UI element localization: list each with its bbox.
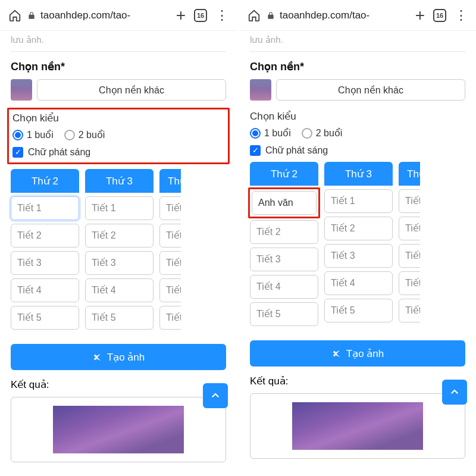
create-label: Tạo ảnh (107, 351, 145, 364)
create-image-button[interactable]: Tạo ảnh (250, 340, 465, 367)
lesson-input-thu3-1[interactable] (85, 196, 154, 220)
browser-bar: taoanhdep.com/tao- + 16 ⋮ (239, 0, 476, 31)
result-image (53, 406, 184, 453)
lesson-input-thu2-3[interactable] (11, 251, 79, 275)
lesson-input-thu2-5[interactable] (11, 306, 79, 330)
choose-bg-button[interactable]: Chọn nền khác (276, 79, 465, 101)
checkbox-glow-text[interactable]: ✓ Chữ phát sáng (12, 146, 224, 158)
create-image-button[interactable]: Tạo ảnh (11, 344, 226, 370)
lesson-input-thu2-5[interactable] (250, 302, 318, 326)
radio-1-buoi[interactable]: 1 buổi (250, 127, 291, 139)
url-text: taoanhdep.com/tao- (280, 10, 369, 21)
checkmark-icon: ✓ (12, 147, 23, 158)
lesson-input-thu4-3[interactable] (399, 244, 420, 268)
lesson-input-thu3-3[interactable] (85, 251, 154, 275)
chevron-up-icon (210, 390, 221, 401)
radio-2-label: 2 buổi (316, 127, 343, 139)
lesson-input-thu4-1[interactable] (159, 196, 181, 220)
tab-thu3[interactable]: Thứ 3 (324, 162, 393, 186)
radio-1-label: 1 buổi (27, 129, 54, 140)
result-label: Kết quả: (250, 375, 465, 387)
lesson-input-thu4-2[interactable] (399, 217, 420, 240)
lesson-input-thu4-4[interactable] (159, 278, 181, 302)
radio-2-buoi[interactable]: 2 buổi (302, 127, 343, 139)
create-label: Tạo ảnh (346, 347, 384, 360)
lesson-input-thu4-2[interactable] (159, 224, 181, 248)
highlight-box (248, 187, 320, 218)
style-label: Chọn kiểu (250, 110, 465, 123)
result-area (11, 397, 226, 462)
lesson-input-thu2-2[interactable] (250, 220, 318, 244)
tab-thu3[interactable]: Thứ 3 (85, 169, 154, 193)
tab-thu2[interactable]: Thứ 2 (250, 162, 318, 186)
lesson-input-thu2-1[interactable] (252, 191, 317, 215)
bg-label: Chọn nền* (11, 60, 226, 73)
result-label: Kết quả: (11, 378, 226, 391)
choose-bg-button[interactable]: Chọn nền khác (37, 79, 226, 101)
result-area (250, 393, 465, 459)
url-bar[interactable]: taoanhdep.com/tao- (267, 10, 407, 21)
new-tab-icon[interactable]: + (174, 6, 188, 25)
truncated-text: lưu ảnh. (11, 31, 226, 51)
lesson-input-thu4-5[interactable] (399, 299, 420, 322)
url-bar[interactable]: taoanhdep.com/tao- (27, 10, 168, 21)
lock-icon (27, 11, 36, 20)
tab-switcher[interactable]: 16 (433, 9, 446, 22)
radio-1-label: 1 buổi (264, 127, 291, 139)
lesson-input-thu3-1[interactable] (324, 189, 393, 213)
lesson-input-thu3-3[interactable] (324, 244, 393, 268)
scroll-top-button[interactable] (203, 383, 228, 408)
scissors-icon (331, 349, 342, 359)
lesson-input-thu3-2[interactable] (324, 217, 393, 240)
highlight-box: Chọn kiểu 1 buổi 2 buổi ✓ Chữ phát sáng (7, 108, 230, 164)
checkbox-label: Chữ phát sáng (28, 146, 90, 158)
lesson-input-thu3-2[interactable] (85, 224, 154, 248)
lesson-input-thu4-1[interactable] (399, 189, 420, 213)
lesson-input-thu3-5[interactable] (324, 299, 393, 322)
radio-2-label: 2 buổi (79, 129, 105, 140)
lesson-input-thu2-3[interactable] (250, 248, 318, 271)
checkmark-icon: ✓ (250, 145, 261, 156)
lesson-input-thu3-5[interactable] (85, 306, 154, 330)
lesson-input-thu4-3[interactable] (159, 251, 181, 275)
new-tab-icon[interactable]: + (413, 6, 427, 25)
lesson-input-thu2-4[interactable] (250, 275, 318, 299)
radio-1-buoi[interactable]: 1 buổi (12, 129, 54, 140)
lesson-input-thu4-4[interactable] (399, 271, 420, 295)
lesson-input-thu2-2[interactable] (11, 224, 79, 248)
bg-label: Chọn nền* (250, 60, 465, 73)
home-icon[interactable] (8, 9, 21, 22)
lesson-input-thu2-4[interactable] (11, 278, 79, 302)
more-menu-icon[interactable]: ⋮ (452, 8, 470, 23)
browser-bar: taoanhdep.com/tao- + 16 ⋮ (0, 0, 237, 31)
home-icon[interactable] (248, 9, 261, 22)
lesson-input-thu4-5[interactable] (159, 306, 181, 330)
lesson-input-thu3-4[interactable] (85, 278, 154, 302)
lesson-input-thu2-1[interactable] (11, 196, 79, 220)
lesson-input-thu3-4[interactable] (324, 271, 393, 295)
radio-2-buoi[interactable]: 2 buổi (64, 129, 105, 140)
result-image (292, 402, 423, 450)
tab-thu4[interactable]: Thứ 4 (399, 162, 420, 186)
truncated-text: lưu ảnh. (250, 31, 465, 51)
bg-thumbnail[interactable] (11, 79, 32, 101)
checkbox-label: Chữ phát sáng (265, 145, 328, 156)
chevron-up-icon (449, 387, 460, 397)
lock-icon (267, 11, 275, 20)
scissors-icon (92, 352, 102, 362)
tab-thu2[interactable]: Thứ 2 (11, 169, 79, 193)
tab-switcher[interactable]: 16 (194, 9, 207, 22)
tab-thu4[interactable]: Thứ 4 (159, 169, 181, 193)
checkbox-glow-text[interactable]: ✓ Chữ phát sáng (250, 145, 465, 156)
scroll-top-button[interactable] (442, 380, 467, 405)
url-text: taoanhdep.com/tao- (40, 10, 130, 21)
style-label: Chọn kiểu (12, 112, 224, 124)
bg-thumbnail[interactable] (250, 79, 271, 101)
more-menu-icon[interactable]: ⋮ (213, 8, 231, 23)
